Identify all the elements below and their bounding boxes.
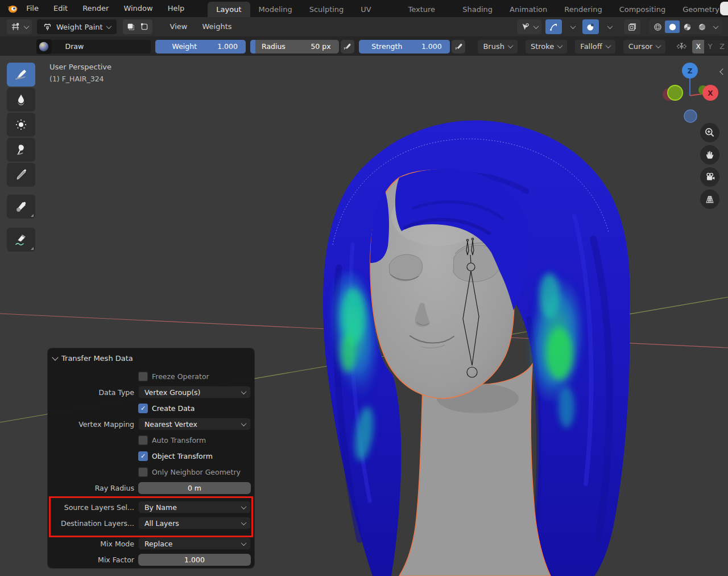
shading-material-button[interactable] xyxy=(680,20,694,33)
menu-edit[interactable]: Edit xyxy=(46,0,75,17)
pressure-icon xyxy=(343,42,351,51)
pan-button[interactable] xyxy=(700,145,719,164)
source-layers-dropdown[interactable]: By Name xyxy=(138,501,251,513)
draw-brush-icon xyxy=(14,68,28,81)
snap-icon xyxy=(520,22,530,32)
navigation-gizmo[interactable]: X Z xyxy=(657,57,726,125)
tab-uv-editing[interactable]: UV Editing xyxy=(352,2,399,17)
viewport-header: Weight Paint View Weights xyxy=(0,17,728,37)
field-label: Source Layers Sel... xyxy=(51,503,138,512)
menu-help[interactable]: Help xyxy=(160,0,192,17)
editor-type-button[interactable] xyxy=(7,19,32,34)
blender-logo-icon xyxy=(6,2,19,15)
strength-pressure-button[interactable] xyxy=(452,40,466,54)
tool-annotate[interactable] xyxy=(7,228,35,252)
menu-file[interactable]: File xyxy=(19,0,46,17)
freeze-operator-row: Freeze Operator xyxy=(51,369,251,384)
shading-wireframe-button[interactable] xyxy=(650,20,665,33)
falloff-menu[interactable]: Falloff xyxy=(575,40,615,54)
menu-weights[interactable]: Weights xyxy=(195,18,239,35)
menu-window[interactable]: Window xyxy=(116,0,160,17)
vertex-mapping-dropdown[interactable]: Nearest Vertex xyxy=(138,418,251,430)
ray-radius-field[interactable]: 0 m xyxy=(138,482,251,494)
tab-texture-paint[interactable]: Texture Paint xyxy=(399,2,454,17)
selection-mask-group xyxy=(123,19,152,34)
field-label: Destination Layers... xyxy=(51,519,138,528)
operator-panel-transfer-mesh-data: Transfer Mesh Data Freeze Operator Data … xyxy=(48,348,254,568)
camera-icon xyxy=(704,171,715,183)
weight-slider[interactable]: Weight 1.000 xyxy=(155,40,246,54)
destination-layers-dropdown[interactable]: All Layers xyxy=(138,517,251,529)
menu-view[interactable]: View xyxy=(163,18,195,35)
operator-panel-header[interactable]: Transfer Mesh Data xyxy=(48,348,254,368)
gizmo-negz-ball xyxy=(684,110,697,122)
proportional-edit-dropdown[interactable] xyxy=(564,19,578,34)
brush-name-field[interactable]: Draw xyxy=(52,40,151,54)
xray-icon xyxy=(627,22,637,32)
auto-transform-row: Auto Transform xyxy=(51,433,251,447)
magnifier-plus-icon xyxy=(704,127,715,138)
object-stats-label: (1) F_HAIR_324 xyxy=(49,75,111,83)
falloff-dropdown[interactable] xyxy=(601,19,615,34)
shading-rendered-button[interactable] xyxy=(694,20,709,33)
weight-paint-mode-icon xyxy=(43,22,52,32)
falloff-button[interactable] xyxy=(582,19,599,34)
camera-view-button[interactable] xyxy=(700,167,719,187)
vertex-mask-button[interactable] xyxy=(138,20,151,33)
cursor-menu[interactable]: Cursor xyxy=(623,40,666,54)
data-type-dropdown[interactable]: Vertex Group(s) xyxy=(138,386,251,398)
symmetry-y-button[interactable]: Y xyxy=(704,40,716,54)
paint-mask-button[interactable] xyxy=(124,20,138,33)
rendered-sphere-icon xyxy=(697,22,707,32)
tab-modeling[interactable]: Modeling xyxy=(250,2,301,17)
tab-layout[interactable]: Layout xyxy=(208,2,250,17)
falloff-sphere-icon xyxy=(586,22,595,32)
tab-shading[interactable]: Shading xyxy=(454,2,501,17)
tool-draw-brush[interactable] xyxy=(7,63,35,87)
symmetry-x-button[interactable]: X xyxy=(692,40,704,54)
wireframe-sphere-icon xyxy=(653,22,663,32)
proportional-edit-button[interactable] xyxy=(545,19,562,34)
tool-smear[interactable] xyxy=(7,138,35,162)
object-transform-checkbox[interactable] xyxy=(138,451,148,461)
shading-solid-button[interactable] xyxy=(665,20,680,33)
stroke-menu[interactable]: Stroke xyxy=(526,40,567,54)
zoom-button[interactable] xyxy=(700,123,719,142)
shading-dropdown-chevron[interactable] xyxy=(713,23,719,29)
ray-radius-row: Ray Radius 0 m xyxy=(51,480,251,495)
vertex-mapping-row: Vertex Mapping Nearest Vertex xyxy=(51,417,251,431)
tab-animation[interactable]: Animation xyxy=(501,2,556,17)
freeze-operator-checkbox[interactable] xyxy=(138,372,148,381)
snap-button[interactable] xyxy=(517,19,541,34)
tool-sample-weight[interactable] xyxy=(7,195,35,219)
symmetry-z-button[interactable]: Z xyxy=(716,40,728,54)
mode-dropdown[interactable]: Weight Paint xyxy=(37,19,117,34)
strength-slider[interactable]: Strength 1.000 xyxy=(359,40,449,54)
sidebar-collapse-arrow[interactable] xyxy=(719,67,727,76)
tool-average[interactable] xyxy=(7,113,35,137)
mix-factor-field[interactable]: 1.000 xyxy=(138,554,251,566)
radius-slider[interactable]: Radius 50 px xyxy=(250,40,339,54)
tab-sculpting[interactable]: Sculpting xyxy=(301,2,353,17)
menu-render[interactable]: Render xyxy=(75,0,116,17)
gizmo-x-label: X xyxy=(708,89,713,97)
field-label: Mix Mode xyxy=(51,540,138,548)
field-label: Data Type xyxy=(51,388,138,397)
xray-toggle-button[interactable] xyxy=(624,19,640,34)
tab-rendering[interactable]: Rendering xyxy=(556,2,610,17)
only-neighbor-geometry-checkbox[interactable] xyxy=(138,467,148,477)
tool-blur[interactable] xyxy=(7,88,35,112)
create-data-checkbox[interactable] xyxy=(138,404,148,413)
radius-pressure-button[interactable] xyxy=(341,40,355,54)
brush-thumbnail[interactable] xyxy=(36,39,52,54)
gizmo-y-ball xyxy=(668,85,682,100)
symmetry-butterfly-icon xyxy=(676,40,688,53)
auto-transform-checkbox[interactable] xyxy=(138,435,148,445)
viewport-overlay-text: User Perspective (1) F_HAIR_324 xyxy=(49,63,111,83)
toggle-ortho-button[interactable] xyxy=(700,190,719,209)
tool-gradient[interactable] xyxy=(7,163,35,187)
brush-menu[interactable]: Brush xyxy=(478,40,518,54)
mix-mode-dropdown[interactable]: Replace xyxy=(138,537,251,550)
tab-compositing[interactable]: Compositing xyxy=(611,2,675,17)
checkbox-label: Only Neighbor Geometry xyxy=(152,468,241,476)
